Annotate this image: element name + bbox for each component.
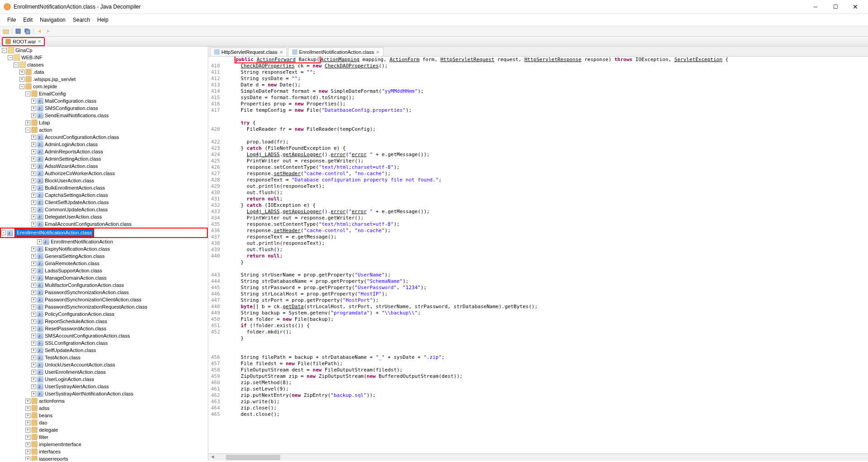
tree-item[interactable]: +MultifactorConfigurationAction.class xyxy=(0,281,208,289)
tree-toggle-icon[interactable]: + xyxy=(25,399,30,404)
tree-item[interactable]: +SMSAccountConfigurationAction.class xyxy=(0,332,208,339)
tree-item[interactable]: +PasswordSynchronizationClientAction.cla… xyxy=(0,296,208,303)
tree-selected-class[interactable]: −EnrollmentNotificationAction.class xyxy=(0,228,208,238)
tree-toggle-icon[interactable]: + xyxy=(31,207,36,212)
tree-item[interactable]: +ExpiryNotificationAction.class xyxy=(0,245,208,252)
menu-edit[interactable]: Edit xyxy=(19,16,36,24)
tree-toggle-icon[interactable]: + xyxy=(31,247,36,252)
tree-toggle-icon[interactable]: + xyxy=(31,355,36,360)
tree-item[interactable]: +CommonUpdateAction.class xyxy=(0,206,208,213)
tree-toggle-icon[interactable]: + xyxy=(25,428,30,433)
save-all-icon[interactable] xyxy=(23,27,31,35)
tree-item[interactable]: +.wlsjsps.jsp_servlet xyxy=(0,76,208,83)
tree-item[interactable]: +GinaRemoteAction.class xyxy=(0,260,208,267)
menu-file[interactable]: File xyxy=(4,16,19,24)
tree-toggle-icon[interactable]: + xyxy=(31,283,36,288)
tree-toggle-icon[interactable]: − xyxy=(2,48,7,53)
tree-toggle-icon[interactable]: + xyxy=(31,326,36,331)
tree-item[interactable]: +.data xyxy=(0,68,208,76)
tree-item[interactable]: +interfaces xyxy=(0,448,208,455)
tree-item[interactable]: +AdminLoginAction.class xyxy=(0,141,208,148)
open-icon[interactable] xyxy=(2,27,10,35)
horizontal-scrollbar[interactable]: ◄ xyxy=(208,453,868,461)
tree-item[interactable]: +AccountConfigurationAction.class xyxy=(0,133,208,141)
tree-toggle-icon[interactable]: + xyxy=(31,200,36,205)
menu-navigation[interactable]: Navigation xyxy=(36,16,69,24)
tree-item[interactable]: +PasswordSynchronizationRequestAction.cl… xyxy=(0,303,208,310)
tree-toggle-icon[interactable]: + xyxy=(31,348,36,353)
tree-toggle-icon[interactable]: − xyxy=(1,230,6,235)
tree-toggle-icon[interactable]: − xyxy=(25,91,30,96)
tree-toggle-icon[interactable]: + xyxy=(31,157,36,162)
tree-toggle-icon[interactable]: + xyxy=(31,341,36,346)
tree-item[interactable]: +SSLConfigrationAction.class xyxy=(0,339,208,347)
tree-item[interactable]: +UserSystrayAlertAction.class xyxy=(0,383,208,390)
tree-toggle-icon[interactable]: + xyxy=(31,214,36,219)
tree-toggle-icon[interactable]: + xyxy=(31,305,36,310)
tab-close-icon[interactable]: ✕ xyxy=(38,39,41,44)
scroll-thumb[interactable] xyxy=(226,455,280,460)
file-tab-root-war[interactable]: ROOT.war ✕ xyxy=(2,37,45,46)
tree-toggle-icon[interactable]: + xyxy=(31,384,36,389)
tree-item[interactable]: +LadssSupportAction.class xyxy=(0,267,208,274)
tree-item[interactable]: +beans xyxy=(0,412,208,419)
tree-toggle-icon[interactable]: + xyxy=(31,362,36,367)
tree-toggle-icon[interactable]: + xyxy=(31,193,36,198)
tree-item[interactable]: +AuthorizeCoWorkerAction.class xyxy=(0,170,208,177)
tree-item[interactable]: +UserEnrollmentAction.class xyxy=(0,368,208,376)
tree-toggle-icon[interactable]: − xyxy=(25,128,30,133)
minimize-button[interactable]: ─ xyxy=(810,3,821,11)
tree-toggle-icon[interactable]: + xyxy=(31,297,36,302)
maximize-button[interactable]: ☐ xyxy=(830,3,841,11)
tab-close-icon[interactable]: ✕ xyxy=(279,50,283,55)
tree-toggle-icon[interactable]: + xyxy=(19,77,24,82)
tree-toggle-icon[interactable]: + xyxy=(31,377,36,382)
tree-item[interactable]: +EmailAccountConfigurationAction.class xyxy=(0,220,208,228)
tree-item[interactable]: +SendEmailNotifications.class xyxy=(0,112,208,119)
tree-toggle-icon[interactable]: + xyxy=(31,268,36,273)
forward-icon[interactable] xyxy=(44,27,53,35)
tree-item[interactable]: +delegate xyxy=(0,426,208,433)
editor-tab-httpservletrequest[interactable]: HttpServletRequest.class ✕ xyxy=(210,48,287,56)
tree-toggle-icon[interactable]: + xyxy=(31,319,36,324)
tree-toggle-icon[interactable]: + xyxy=(31,142,36,147)
tree-toggle-icon[interactable]: − xyxy=(19,84,24,89)
menu-help[interactable]: Help xyxy=(94,16,112,24)
tree-item[interactable]: +GeneralSettingAction.class xyxy=(0,252,208,260)
package-explorer[interactable]: −GinaCp−WEB-INF−classes+.data+.wlsjsps.j… xyxy=(0,47,208,461)
tree-toggle-icon[interactable]: + xyxy=(31,171,36,176)
tree-toggle-icon[interactable]: + xyxy=(31,222,36,227)
tree-toggle-icon[interactable]: + xyxy=(31,113,36,118)
tree-item[interactable]: +MailConfiguration.class xyxy=(0,97,208,105)
save-icon[interactable] xyxy=(14,27,22,35)
tree-item[interactable]: −classes xyxy=(0,61,208,68)
menu-search[interactable]: Search xyxy=(69,16,94,24)
tree-item[interactable]: −WEB-INF xyxy=(0,54,208,61)
tree-toggle-icon[interactable]: + xyxy=(25,120,30,125)
tree-item[interactable]: +CaptchaSettingsAction.class xyxy=(0,191,208,199)
tree-item[interactable]: +ReportScheduleAction.class xyxy=(0,318,208,325)
tree-item[interactable]: +dao xyxy=(0,419,208,426)
tree-toggle-icon[interactable]: + xyxy=(31,254,36,259)
tree-toggle-icon[interactable]: + xyxy=(31,149,36,154)
tree-toggle-icon[interactable]: + xyxy=(31,135,36,140)
tree-toggle-icon[interactable]: + xyxy=(25,435,30,440)
editor-tab-enrollmentnotificationaction[interactable]: EnrollmentNotificationAction.class ✕ xyxy=(288,48,384,56)
tree-item[interactable]: +TestAction.class xyxy=(0,354,208,361)
tree-toggle-icon[interactable]: + xyxy=(31,391,36,396)
tree-toggle-icon[interactable]: + xyxy=(31,186,36,191)
tree-toggle-icon[interactable]: + xyxy=(31,290,36,295)
tree-item[interactable]: +Ldap xyxy=(0,119,208,126)
tab-close-icon[interactable]: ✕ xyxy=(376,50,379,55)
tree-toggle-icon[interactable]: + xyxy=(37,239,42,244)
tree-toggle-icon[interactable]: + xyxy=(25,449,30,454)
tree-item[interactable]: −action xyxy=(0,126,208,133)
tree-item[interactable]: +AdminSettingAction.class xyxy=(0,155,208,162)
tree-toggle-icon[interactable]: + xyxy=(19,70,24,75)
tree-toggle-icon[interactable]: − xyxy=(14,62,19,67)
tree-item[interactable]: +ManageDomainAction.class xyxy=(0,274,208,281)
tree-toggle-icon[interactable]: + xyxy=(25,442,30,447)
tree-item[interactable]: +adss xyxy=(0,405,208,412)
tree-item[interactable]: −com.lepide xyxy=(0,83,208,90)
tree-item[interactable]: +BlockUserAction.class xyxy=(0,177,208,184)
